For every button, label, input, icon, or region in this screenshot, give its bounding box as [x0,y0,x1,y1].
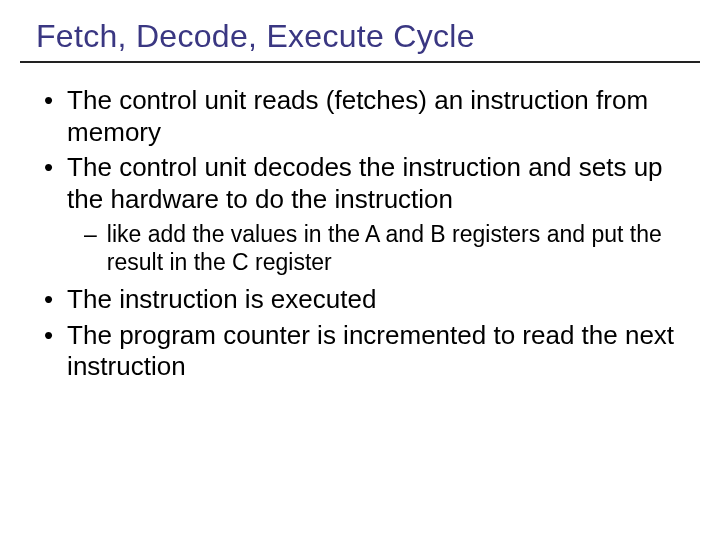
sub-list-item: – like add the values in the A and B reg… [36,220,690,276]
list-item: • The control unit reads (fetches) an in… [36,85,690,148]
list-item: • The program counter is incremented to … [36,320,690,383]
page-title: Fetch, Decode, Execute Cycle [30,18,690,61]
bullet-text: The instruction is executed [67,284,386,316]
list-item: • The instruction is executed [36,284,690,316]
bullet-marker-icon: • [44,152,53,215]
slide-container: Fetch, Decode, Execute Cycle • The contr… [0,0,720,417]
bullet-marker-icon: • [44,320,53,383]
list-item: • The control unit decodes the instructi… [36,152,690,215]
content-area: • The control unit reads (fetches) an in… [30,85,690,383]
bullet-text: The control unit reads (fetches) an inst… [67,85,690,148]
dash-marker-icon: – [84,220,97,276]
bullet-list: • The control unit reads (fetches) an in… [36,85,690,383]
bullet-text: The control unit decodes the instruction… [67,152,690,215]
bullet-marker-icon: • [44,284,53,316]
bullet-marker-icon: • [44,85,53,148]
sub-text: like add the values in the A and B regis… [107,220,690,276]
sub-list: – like add the values in the A and B reg… [36,220,690,276]
title-underline [20,61,700,63]
bullet-text: The program counter is incremented to re… [67,320,690,383]
